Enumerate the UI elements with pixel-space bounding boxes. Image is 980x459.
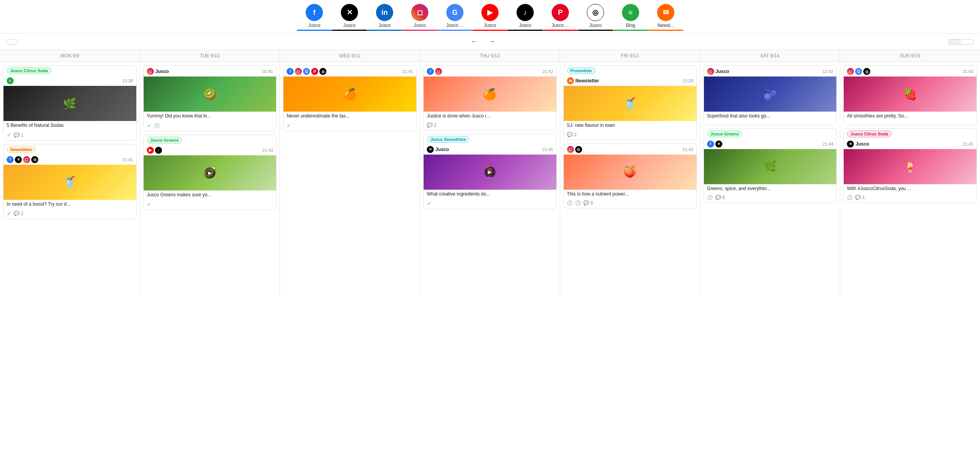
- month-view-button[interactable]: [948, 39, 961, 44]
- week-view-button[interactable]: [961, 39, 973, 44]
- card-time: 21:43: [262, 148, 273, 153]
- channel-underline-x: [332, 30, 367, 31]
- channel-label: Newsletter: [576, 78, 599, 84]
- day-headers: MON 9/9TUE 9/10WED 9/11THU 9/12FRI 9/13S…: [0, 50, 980, 62]
- tag-badge: Jusco Smoothies: [427, 136, 469, 143]
- channel-fb[interactable]: f Jusco: [297, 4, 332, 33]
- channel-underline-th: [578, 30, 613, 31]
- social-icon: ◻: [567, 146, 574, 153]
- clock-icon: 🕐: [707, 195, 713, 200]
- channel-underline-tk: [508, 30, 543, 31]
- clock-icon: 🕐: [847, 195, 853, 200]
- post-card[interactable]: Jusco Greens ▶♪ 21:43 🥑 ▶ Jusco Greens m…: [143, 135, 277, 210]
- channel-name-pt: Jusco ...: [552, 23, 569, 28]
- channel-ig[interactable]: ◻ Jusco: [402, 4, 437, 33]
- card-image: 🍓: [844, 76, 976, 112]
- check-icon: ✓: [287, 123, 291, 129]
- card-image: 🍑: [564, 155, 697, 190]
- channel-yt[interactable]: ▶ Jusco: [472, 4, 508, 33]
- day-header: THU 9/12: [420, 50, 560, 62]
- post-card[interactable]: ◻Jusco 13:42 🫐 Superfood that also looks…: [704, 65, 837, 125]
- social-icon: f: [427, 68, 434, 75]
- channel-icon-go: G: [446, 4, 463, 21]
- social-icon: G: [303, 68, 310, 75]
- card-header: f◻ 21:42: [424, 66, 556, 76]
- post-card[interactable]: Jusco Citrus Soda ✕Jusco 21:45 🍹 With #J…: [843, 128, 977, 203]
- day-col-mon: Jusco Citrus Soda ≡ 12:28 🌿 5 Benefits o…: [0, 62, 140, 296]
- clock-icon: 🕐: [567, 200, 573, 206]
- tag-badge: Promotion: [567, 67, 595, 74]
- post-card[interactable]: Jusco Citrus Soda ≡ 12:28 🌿 5 Benefits o…: [3, 65, 137, 141]
- post-card[interactable]: Jusco Smoothies ✕Jusco 21:45 🍹 ▶ What cr…: [423, 134, 557, 210]
- social-icon: ◎: [575, 146, 582, 153]
- channel-underline-li: [367, 30, 402, 31]
- channel-icon-yt: ▶: [481, 4, 499, 21]
- channel-underline-pt: [543, 30, 578, 31]
- card-footer: 💬 2: [564, 130, 697, 140]
- card-footer: ✓: [283, 121, 416, 131]
- day-header: FRI 9/13: [560, 50, 700, 62]
- post-card[interactable]: Promotion ✉Newsletter 12:28 🥤 SJ: new fl…: [563, 65, 697, 140]
- channel-icon-ig: ◻: [411, 4, 428, 21]
- tag-badge: Smoothies: [7, 146, 36, 153]
- day-col-sat: ◻Jusco 13:42 🫐 Superfood that also looks…: [700, 62, 840, 296]
- tag-badge: Jusco Greens: [707, 130, 743, 137]
- social-icon: ≡: [7, 77, 14, 84]
- channel-go[interactable]: G Jusco ...: [437, 4, 472, 33]
- channel-icon-fb: f: [306, 4, 323, 21]
- social-icon: P: [311, 68, 318, 75]
- social-icon: ◎: [31, 156, 38, 163]
- post-card[interactable]: ◻◎ 21:42 🍑 This is how a nutrient power.…: [563, 143, 697, 209]
- card-time: 01:41: [262, 69, 273, 74]
- channel-tk[interactable]: ♪ Jusco: [508, 4, 543, 33]
- post-card[interactable]: f◻GP◎ 21:41 🍊 Never underestimate the ta…: [283, 65, 417, 132]
- channel-icon-th: ◎: [587, 4, 604, 21]
- channel-bar: f Jusco ✕ Jusco in Jusco ◻ Jusco G Jusco…: [0, 0, 980, 34]
- card-header: ◻Jusco 13:42: [704, 66, 837, 76]
- card-footer: ✓💬 2: [4, 209, 136, 219]
- card-time: 12:28: [682, 78, 693, 83]
- social-icon: f: [707, 141, 714, 148]
- channel-name-tk: Jusco: [519, 23, 531, 28]
- next-arrow[interactable]: →: [488, 37, 495, 46]
- card-time: 12:28: [122, 78, 133, 83]
- day-header: SAT 9/14: [700, 50, 840, 62]
- social-icon: ✕: [427, 146, 434, 153]
- calendar-grid: Jusco Citrus Soda ≡ 12:28 🌿 5 Benefits o…: [0, 62, 980, 296]
- card-image: 🥤: [564, 86, 697, 121]
- channel-x[interactable]: ✕ Jusco: [332, 4, 367, 33]
- channel-name-ig: Jusco: [413, 23, 426, 28]
- channel-nl[interactable]: ✉ Newsl...: [648, 4, 683, 33]
- post-card[interactable]: Smoothies f✕◻◎ 21:41 🥤 In need of a boos…: [3, 144, 137, 220]
- channel-pt[interactable]: P Jusco ...: [543, 4, 578, 33]
- prev-arrow[interactable]: ←: [470, 37, 478, 46]
- channel-name-li: Jusco: [378, 23, 390, 28]
- today-button[interactable]: [6, 39, 18, 44]
- card-header: ≡ 12:28: [4, 75, 136, 86]
- card-image: 🌿: [704, 149, 837, 184]
- card-footer: [844, 121, 976, 125]
- card-image: 🍊: [424, 76, 556, 112]
- tag-badge: Jusco Citrus Soda: [847, 130, 892, 137]
- channel-bl[interactable]: ≡ Blog: [613, 4, 648, 33]
- social-icon: ◻: [847, 68, 854, 75]
- card-header: f◻GP◎ 21:41: [283, 66, 416, 76]
- card-image: 🍹 ▶: [424, 155, 556, 190]
- post-card[interactable]: Jusco Greens f✕ 21:44 🌿 Greens, spice, a…: [704, 128, 837, 203]
- channel-li[interactable]: in Jusco: [367, 4, 402, 33]
- channel-icon-pt: P: [552, 4, 569, 21]
- card-footer: 💬 2: [424, 121, 556, 130]
- channel-icon-bl: ≡: [622, 4, 639, 21]
- video-overlay: ▶: [485, 167, 495, 178]
- channel-th[interactable]: ◎ Jusco: [578, 4, 613, 33]
- card-image: 🍊: [283, 76, 416, 112]
- day-header: WED 9/11: [280, 50, 420, 62]
- card-time: 21:41: [403, 69, 413, 74]
- post-card[interactable]: f◻ 21:42 🍊 Justice is done when Jusco i.…: [423, 65, 557, 131]
- date-nav: ← →: [18, 37, 948, 46]
- channel-icon-nl: ✉: [657, 4, 674, 21]
- card-image: 🌿: [4, 86, 136, 121]
- card-image: 🍹: [844, 149, 976, 184]
- post-card[interactable]: ◻G◎ 21:42 🍓 All smoothies are pretty. So…: [843, 65, 977, 125]
- post-card[interactable]: ◻Jusco 01:41 🥝 Yummy! Did you know that …: [143, 65, 277, 132]
